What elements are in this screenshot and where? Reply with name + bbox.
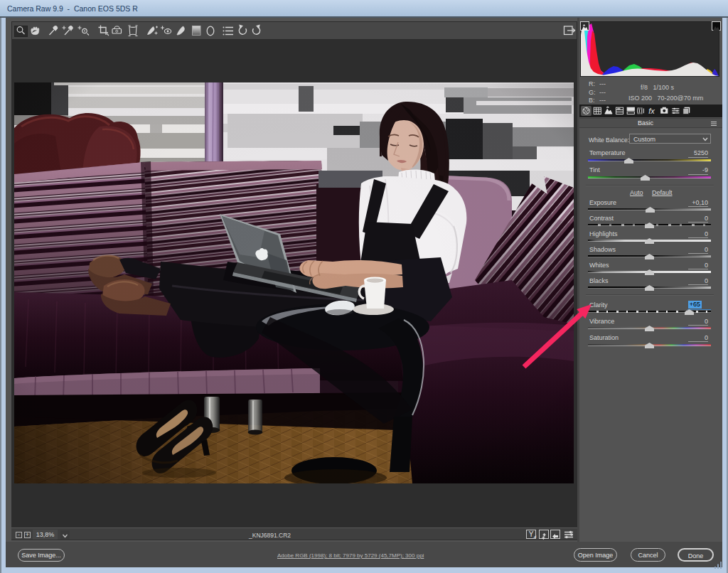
svg-text:fx: fx: [648, 107, 655, 115]
